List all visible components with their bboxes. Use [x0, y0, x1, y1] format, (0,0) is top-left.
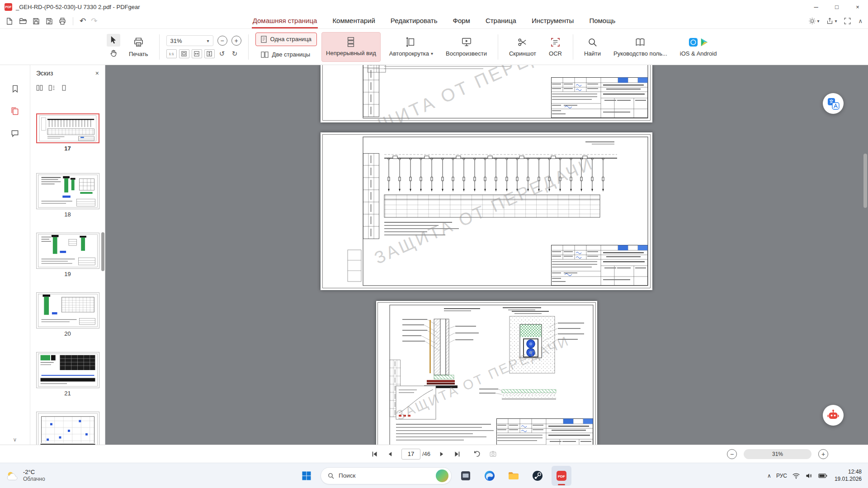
first-page-button[interactable]: [371, 450, 379, 458]
hidden-icons-button[interactable]: ∧: [767, 473, 771, 479]
zoom-in-button[interactable]: +: [231, 36, 241, 46]
one-page-button[interactable]: Одна страница: [255, 33, 317, 46]
print-button[interactable]: Печать: [125, 35, 152, 59]
two-column-view-icon[interactable]: [36, 84, 43, 91]
zoom-level-indicator[interactable]: 31%: [744, 449, 811, 459]
find-label: Найти: [584, 50, 601, 57]
ios-android-button[interactable]: iOS & Android: [676, 35, 721, 59]
save-icon[interactable]: [32, 17, 40, 25]
rotate-page-button[interactable]: [472, 450, 481, 458]
thumbnail-page-22[interactable]: [36, 412, 99, 445]
pdfgear-window: PDF _GEH-RD-(P0-52-030)-U 7330 2.pdf - P…: [0, 0, 868, 488]
tab-page[interactable]: Страница: [485, 14, 517, 28]
rotate-right-button[interactable]: ↻: [230, 49, 240, 58]
bookmarks-panel-icon[interactable]: [9, 83, 21, 94]
app-icon-edge[interactable]: [480, 466, 500, 486]
document-scrollbar[interactable]: [863, 154, 867, 208]
zoom-out-button[interactable]: −: [727, 449, 737, 459]
chevron-down-icon: ▾: [817, 19, 819, 23]
single-page-view-icon[interactable]: [61, 84, 67, 91]
redo-icon: ↷: [91, 16, 97, 26]
tab-help[interactable]: Помощь: [588, 14, 616, 28]
close-panel-icon[interactable]: ×: [95, 70, 99, 77]
tab-home[interactable]: Домашняя страница: [252, 14, 318, 28]
tab-form[interactable]: Форм: [452, 14, 471, 28]
chevron-down-icon: ▾: [207, 38, 209, 43]
play-button[interactable]: Воспроизвести: [442, 35, 491, 59]
last-page-button[interactable]: [453, 450, 461, 458]
clock-date: 19.01.2026: [835, 476, 862, 483]
new-document-icon[interactable]: [5, 17, 14, 25]
comments-panel-icon[interactable]: [9, 128, 21, 139]
fullscreen-button[interactable]: [844, 17, 851, 25]
tab-edit[interactable]: Редактировать: [390, 14, 439, 28]
start-button[interactable]: [297, 466, 316, 486]
ai-assistant-floating-button[interactable]: [823, 405, 844, 426]
screenshot-button[interactable]: Скриншот: [505, 35, 540, 59]
fit-height-button[interactable]: [204, 49, 215, 58]
thumbnails-panel-icon[interactable]: [9, 106, 21, 117]
wifi-icon[interactable]: [792, 472, 800, 479]
weather-widget[interactable]: -2°C Облачно: [0, 469, 113, 483]
weather-cloud-icon: [5, 469, 19, 482]
undo-icon[interactable]: ↶: [80, 16, 86, 26]
translate-floating-button[interactable]: [823, 93, 844, 114]
autoscroll-button[interactable]: Автопрокрутка▾: [385, 35, 437, 59]
rotate-left-button[interactable]: ↺: [217, 49, 227, 58]
thumbnail-page-20[interactable]: 20: [36, 292, 99, 338]
theme-toggle-button[interactable]: ▾: [808, 17, 819, 25]
next-page-button[interactable]: [438, 450, 445, 458]
zoom-level-combo[interactable]: 31% ▾: [166, 35, 213, 46]
tab-tools[interactable]: Инструменты: [531, 14, 575, 28]
select-tools: [107, 34, 120, 60]
hand-tool-button[interactable]: [107, 47, 120, 60]
thumbnail-page-17[interactable]: 17: [36, 113, 99, 152]
document-view[interactable]: ЗАЩИТА ОТ ПЕРЕДАЧИ: [105, 65, 868, 445]
app-icon-steam[interactable]: [528, 466, 547, 486]
thumbnail-scrollbar[interactable]: [101, 232, 104, 271]
open-file-icon[interactable]: [19, 17, 27, 25]
actual-size-button[interactable]: 1:1: [166, 49, 177, 58]
zoom-in-button[interactable]: +: [818, 449, 828, 459]
save-as-icon[interactable]: [45, 17, 53, 25]
collapse-ribbon-button[interactable]: ∧: [858, 18, 863, 24]
minimize-button[interactable]: ─: [806, 0, 826, 14]
search-daily-image[interactable]: [436, 469, 448, 482]
viewer-statusbar: 17 /46 − 31% +: [0, 445, 868, 463]
close-button[interactable]: ×: [847, 0, 868, 14]
select-cursor-button[interactable]: [107, 34, 120, 47]
book-icon: [635, 37, 646, 47]
battery-icon[interactable]: [818, 473, 827, 479]
taskbar-clock[interactable]: 12:48 19.01.2026: [835, 469, 862, 483]
find-button[interactable]: Найти: [580, 35, 605, 59]
continuous-view-button[interactable]: Непрерывный вид: [321, 32, 381, 62]
zoom-out-button[interactable]: −: [217, 36, 227, 46]
fit-width-button[interactable]: [192, 49, 202, 58]
thumbnail-page-21[interactable]: 21: [36, 352, 99, 397]
user-guide-button[interactable]: Руководство поль...: [609, 35, 671, 59]
fit-page-button[interactable]: [179, 49, 189, 58]
tab-comment[interactable]: Комментарий: [331, 14, 376, 28]
strip-scroll-down-icon[interactable]: ∨: [0, 436, 30, 443]
app-icon-window[interactable]: [456, 466, 476, 486]
volume-icon[interactable]: [805, 472, 813, 479]
page-number-input[interactable]: 17: [401, 449, 420, 460]
pdf-page-current[interactable]: ЗАЩИТА ОТ ПЕРЕДАЧИ: [321, 132, 652, 290]
thumbnail-page-18[interactable]: 18: [36, 173, 99, 218]
app-icon-pdfgear[interactable]: PDF: [552, 466, 571, 486]
chevron-down-icon: ▾: [431, 51, 433, 56]
app-icon-file-explorer[interactable]: [504, 466, 524, 486]
ocr-button[interactable]: OCR: [545, 35, 566, 59]
column-list-view-icon[interactable]: [48, 84, 55, 91]
share-button[interactable]: ▾: [826, 17, 837, 25]
quick-print-icon[interactable]: [58, 17, 66, 25]
pdf-page-next[interactable]: ЗАЩИТА ОТ ПЕРЕДАЧИ: [376, 301, 597, 445]
two-pages-button[interactable]: Две страницы: [255, 48, 317, 61]
pdf-page-previous[interactable]: ЗАЩИТА ОТ ПЕРЕДАЧИ: [321, 65, 652, 122]
taskbar-search-box[interactable]: Поиск: [321, 467, 452, 484]
thumbnail-page-19[interactable]: 19: [36, 233, 99, 278]
maximize-button[interactable]: □: [826, 0, 847, 14]
autoscroll-icon: [406, 37, 416, 47]
previous-page-button[interactable]: [387, 450, 394, 458]
language-indicator[interactable]: РУС: [776, 473, 787, 479]
